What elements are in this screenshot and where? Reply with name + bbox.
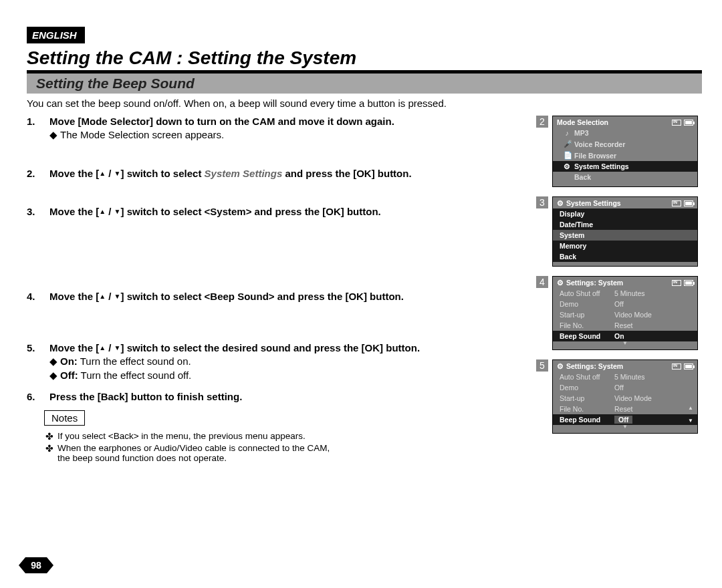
screen-title: Mode Selection bbox=[557, 118, 608, 126]
battery-icon bbox=[684, 363, 693, 370]
menu-item: Memory bbox=[553, 241, 697, 251]
step-2: 2. Move the [ / ] switch to select Syste… bbox=[27, 168, 525, 179]
page-title: Setting the CAM : Setting the System bbox=[27, 47, 702, 74]
mic-icon: 🎤 bbox=[564, 140, 570, 148]
screenshot-number: 3 bbox=[536, 196, 548, 208]
screenshot-number: 2 bbox=[536, 116, 548, 128]
step-num: 5. bbox=[27, 342, 49, 382]
card-icon bbox=[672, 120, 681, 126]
up-down-icon: / bbox=[99, 206, 120, 217]
setting-row: Start-upVideo Mode bbox=[553, 309, 697, 320]
screenshot-number: 5 bbox=[536, 359, 548, 372]
notes-label: Notes bbox=[44, 410, 85, 426]
screen-mode-selection: Mode Selection ♪MP3 🎤Voice Recorder 📄Fil… bbox=[552, 116, 698, 187]
intro-text: You can set the beep sound on/off. When … bbox=[27, 98, 702, 109]
screen-system-settings: ⚙System Settings Display Date/Time Syste… bbox=[552, 196, 698, 267]
menu-item: Display bbox=[553, 208, 697, 219]
step-text: Move the [ / ] switch to select <Beep So… bbox=[49, 291, 404, 302]
music-icon: ♪ bbox=[564, 129, 570, 137]
gear-icon: ⚙ bbox=[557, 362, 564, 370]
step-text: Move [Mode Selector] down to turn on the… bbox=[49, 116, 394, 127]
note-item: ✤When the earphones or Audio/Video cable… bbox=[45, 443, 525, 463]
up-down-icon: / bbox=[99, 291, 120, 302]
arrow-down-icon: ▼ bbox=[688, 418, 693, 424]
step-text: Press the [Back] button to finish settin… bbox=[49, 391, 242, 402]
step-num: 4. bbox=[27, 291, 49, 302]
step-text: Move the [ / ] switch to select <System>… bbox=[49, 206, 381, 217]
menu-item: ♪MP3 bbox=[553, 128, 697, 138]
step-text: Move the [ / ] switch to select System S… bbox=[49, 168, 412, 179]
screenshot-4: 4 ⚙Settings: System Auto Shut off5 Minut… bbox=[536, 276, 702, 350]
menu-item: Back bbox=[553, 172, 697, 182]
screen-settings-system: ⚙Settings: System Auto Shut off5 Minutes… bbox=[552, 276, 698, 350]
menu-item: Date/Time bbox=[553, 219, 697, 230]
scroll-down-icon: ▼ bbox=[553, 425, 697, 429]
step-text: Move the [ / ] switch to select the desi… bbox=[49, 342, 420, 353]
card-icon bbox=[672, 200, 681, 206]
setting-row: Auto Shut off5 Minutes bbox=[553, 372, 697, 382]
battery-icon bbox=[684, 120, 693, 126]
step-num: 2. bbox=[27, 168, 49, 179]
setting-row: Start-upVideo Mode bbox=[553, 393, 697, 404]
steps-column: 1. Move [Mode Selector] down to turn on … bbox=[27, 116, 536, 464]
battery-icon bbox=[684, 280, 693, 286]
manual-page: ENGLISH Setting the CAM : Setting the Sy… bbox=[0, 0, 722, 588]
notes-list: ✤If you select <Back> in the menu, the p… bbox=[27, 431, 525, 463]
setting-row-selected: Beep SoundOff▼ bbox=[553, 414, 697, 425]
screen-settings-system: ⚙Settings: System Auto Shut off5 Minutes… bbox=[552, 359, 698, 434]
setting-row: DemoOff bbox=[553, 299, 697, 309]
step-5: 5. Move the [ / ] switch to select the d… bbox=[27, 342, 525, 382]
menu-item-selected: ⚙System Settings bbox=[553, 161, 697, 172]
battery-icon bbox=[684, 200, 693, 206]
menu-item: Back bbox=[553, 251, 697, 262]
file-icon: 📄 bbox=[564, 151, 570, 160]
menu-item: 🎤Voice Recorder bbox=[553, 138, 697, 150]
screenshots-column: 2 Mode Selection ♪MP3 🎤Voice Recorder 📄F… bbox=[536, 116, 702, 464]
up-down-icon: / bbox=[99, 342, 120, 353]
menu-item-selected: System bbox=[553, 230, 697, 241]
gear-icon: ⚙ bbox=[557, 199, 564, 207]
screenshot-3: 3 ⚙System Settings Display Date/Time Sys… bbox=[536, 196, 702, 267]
scroll-down-icon: ▼ bbox=[553, 341, 697, 345]
step-1: 1. Move [Mode Selector] down to turn on … bbox=[27, 116, 525, 141]
step-4: 4. Move the [ / ] switch to select <Beep… bbox=[27, 291, 525, 302]
option-on: ◆On: Turn the effect sound on. bbox=[49, 355, 420, 368]
screen-title: System Settings bbox=[566, 199, 621, 207]
gear-icon: ⚙ bbox=[564, 162, 570, 170]
card-icon bbox=[672, 280, 681, 286]
up-down-icon: / bbox=[99, 168, 120, 179]
screen-title: Settings: System bbox=[566, 279, 623, 287]
section-title: Setting the Beep Sound bbox=[27, 74, 702, 94]
language-tag: ENGLISH bbox=[27, 27, 85, 43]
screenshot-2: 2 Mode Selection ♪MP3 🎤Voice Recorder 📄F… bbox=[536, 116, 702, 187]
setting-row: File No.Reset bbox=[553, 320, 697, 331]
setting-row: DemoOff bbox=[553, 382, 697, 393]
page-number: 98 bbox=[25, 557, 47, 573]
step-6: 6. Press the [Back] button to finish set… bbox=[27, 391, 525, 402]
step-sub: ◆The Mode Selection screen appears. bbox=[49, 129, 394, 141]
arrow-up-icon: ▲ bbox=[688, 405, 693, 411]
gear-icon: ⚙ bbox=[557, 279, 564, 287]
screen-title: Settings: System bbox=[566, 362, 623, 370]
step-num: 6. bbox=[27, 391, 49, 402]
screenshot-number: 4 bbox=[536, 276, 548, 288]
setting-row: Auto Shut off5 Minutes bbox=[553, 288, 697, 299]
step-num: 1. bbox=[27, 116, 49, 141]
option-off: ◆Off: Turn the effect sound off. bbox=[49, 370, 420, 382]
note-item: ✤If you select <Back> in the menu, the p… bbox=[45, 431, 525, 442]
step-3: 3. Move the [ / ] switch to select <Syst… bbox=[27, 206, 525, 217]
card-icon bbox=[672, 363, 681, 370]
screenshot-5: 5 ⚙Settings: System Auto Shut off5 Minut… bbox=[536, 359, 702, 434]
menu-item: 📄File Browser bbox=[553, 150, 697, 161]
setting-row: File No.Reset▲ bbox=[553, 404, 697, 414]
step-num: 3. bbox=[27, 206, 49, 217]
